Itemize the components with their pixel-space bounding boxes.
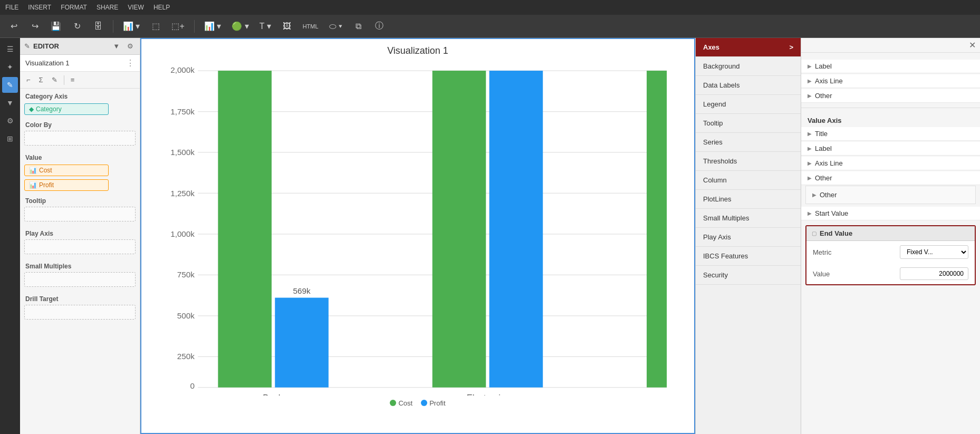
menu-item-thresholds[interactable]: Thresholds: [696, 152, 801, 171]
thresholds-label: Thresholds: [703, 157, 737, 165]
category-axis-line-row[interactable]: ▶ Axis Line: [801, 74, 980, 88]
profit-chip-icon: 📊: [29, 181, 37, 189]
close-button[interactable]: ✕: [969, 40, 976, 50]
save-button[interactable]: 💾: [47, 18, 64, 35]
settings-icon-btn[interactable]: ⚙: [125, 41, 136, 51]
category-chip[interactable]: ◆ Category: [24, 103, 109, 115]
refresh-button[interactable]: ↻: [69, 18, 85, 35]
add-chart-button[interactable]: 📊 ▾: [120, 18, 143, 35]
y-label-0: 0: [190, 381, 194, 390]
menu-share[interactable]: SHARE: [97, 4, 118, 11]
viz-item[interactable]: Visualization 1 ⋮: [20, 55, 140, 72]
start-value-text: Start Value: [815, 209, 848, 217]
chart-type-button[interactable]: 📊 ▾: [201, 18, 224, 35]
menu-insert[interactable]: INSERT: [28, 4, 51, 11]
database-button[interactable]: 🗄: [90, 18, 107, 35]
color-by-drop-zone[interactable]: [24, 131, 136, 146]
undo-button[interactable]: ↩: [5, 18, 22, 35]
y-label-1500k: 1,500k: [170, 148, 195, 157]
menu-item-series[interactable]: Series: [696, 133, 801, 152]
menu-item-small-multiples[interactable]: Small Multiples: [696, 209, 801, 228]
html-button[interactable]: HTML: [300, 18, 322, 35]
profit-annotation: 569k: [293, 286, 311, 295]
value-other-row[interactable]: ▶ Other: [801, 171, 980, 185]
background-label: Background: [703, 62, 739, 70]
text-button[interactable]: T ▾: [256, 18, 274, 35]
toolbar-separator-2: [194, 20, 195, 33]
menu-item-tooltip[interactable]: Tooltip: [696, 114, 801, 133]
sidebar-icon-menu[interactable]: ☰: [2, 41, 18, 57]
menu-format[interactable]: FORMAT: [61, 4, 87, 11]
value-label-row[interactable]: ▶ Label: [801, 142, 980, 156]
toolbar-separator-1: [113, 20, 113, 33]
image-button[interactable]: 🖼: [278, 18, 295, 35]
menu-item-data-labels[interactable]: Data Labels: [696, 76, 801, 95]
ibcs-label: IBCS Features: [703, 252, 748, 260]
value-axis-line-row[interactable]: ▶ Axis Line: [801, 157, 980, 170]
sidebar-icon-star[interactable]: ✦: [2, 59, 18, 75]
category-label-arrow: ▶: [808, 63, 812, 69]
options-icon[interactable]: ≡: [69, 75, 77, 85]
tooltip-drop-zone[interactable]: [24, 207, 136, 221]
cost-chip[interactable]: 📊 Cost: [24, 165, 109, 176]
menu-item-play-axis[interactable]: Play Axis: [696, 228, 801, 247]
filter-icon-btn[interactable]: ▼: [111, 41, 122, 51]
viz-title: Visualization 1: [25, 59, 70, 67]
category-label-row[interactable]: ▶ Label: [801, 60, 980, 73]
axis-section-divider: [801, 108, 980, 108]
drill-target-drop-zone[interactable]: [24, 305, 136, 320]
menu-item-legend[interactable]: Legend: [696, 95, 801, 114]
security-label: Security: [703, 271, 728, 279]
value-label: Value: [20, 150, 140, 163]
play-axis-menu-label: Play Axis: [703, 233, 731, 241]
menu-item-background[interactable]: Background: [696, 57, 801, 76]
menu-item-ibcs[interactable]: IBCS Features: [696, 247, 801, 266]
sidebar-icon-filter[interactable]: ▼: [2, 95, 18, 111]
three-dots-icon[interactable]: ⋮: [126, 58, 134, 68]
y-label-500k: 500k: [177, 311, 195, 320]
category-other-row[interactable]: ▶ Other: [801, 89, 980, 103]
value-title-text: Title: [815, 130, 828, 138]
menu-item-plotlines[interactable]: PlotLines: [696, 190, 801, 209]
duplicate-button[interactable]: ⧉: [350, 18, 367, 35]
category-other-text: Other: [815, 92, 832, 100]
value-axis-line-arrow: ▶: [808, 160, 812, 166]
sidebar-icon-edit[interactable]: ✎: [2, 77, 18, 93]
legend-profit-label: Profit: [429, 399, 445, 407]
play-axis-drop-zone[interactable]: [24, 239, 136, 254]
add-container-button[interactable]: ⬚: [147, 18, 164, 35]
legend-cost: Cost: [390, 399, 412, 407]
menu-file[interactable]: FILE: [5, 4, 18, 11]
menu-item-column[interactable]: Column: [696, 171, 801, 190]
profit-chip-label: Profit: [39, 181, 54, 189]
sigma-icon[interactable]: Σ: [37, 75, 45, 85]
brush-icon[interactable]: ✎: [50, 75, 60, 85]
category-other-arrow: ▶: [808, 93, 812, 99]
corner-icon[interactable]: ⌐: [24, 75, 33, 85]
play-axis-label: Play Axis: [20, 226, 140, 239]
end-value-header[interactable]: ▢ End Value: [806, 226, 975, 241]
metric-select[interactable]: Fixed V... Auto: [900, 245, 968, 259]
info-button[interactable]: ⓘ: [371, 18, 388, 35]
chart-area: Visualization 1 2,000k 1,750k 1,500k 1,2…: [140, 38, 695, 434]
other-inner-row[interactable]: ▶ Other: [806, 188, 975, 201]
value-input[interactable]: [900, 267, 968, 280]
axes-chevron: >: [789, 43, 793, 51]
sidebar-icon-layers[interactable]: ⊞: [2, 131, 18, 147]
value-title-row[interactable]: ▶ Title: [801, 127, 980, 141]
menu-view[interactable]: VIEW: [128, 4, 144, 11]
menu-help[interactable]: HELP: [153, 4, 170, 11]
start-value-row[interactable]: ▶ Start Value: [801, 207, 980, 220]
sidebar-icon-settings[interactable]: ⚙: [2, 113, 18, 129]
drill-target-label: Drill Target: [20, 291, 140, 305]
add-item-button[interactable]: ⬚+: [168, 18, 187, 35]
category-chip-icon: ◆: [29, 105, 34, 113]
profit-chip[interactable]: 📊 Profit: [24, 179, 109, 191]
menu-item-axes[interactable]: Axes >: [696, 38, 801, 57]
redo-button[interactable]: ↪: [26, 18, 43, 35]
editor-pencil-icon: ✎: [24, 42, 30, 50]
menu-item-security[interactable]: Security: [696, 266, 801, 285]
shape-button[interactable]: ⬭ ▾: [326, 18, 345, 35]
color-button[interactable]: 🟢 ▾: [228, 18, 252, 35]
small-multiples-drop-zone[interactable]: [24, 272, 136, 287]
